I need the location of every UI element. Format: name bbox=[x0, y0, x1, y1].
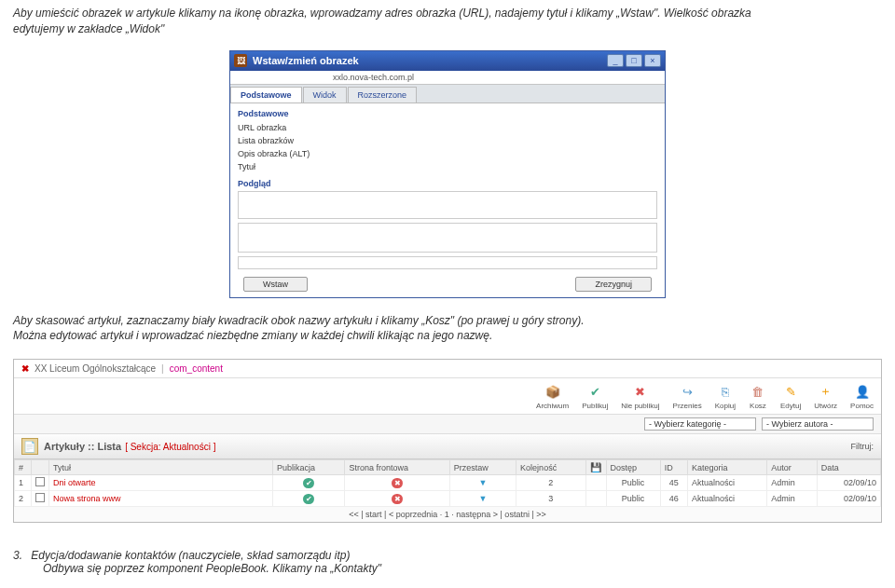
cell-move: ▼ bbox=[449, 475, 516, 491]
app-icon: 🖼 bbox=[234, 54, 247, 67]
insert-image-dialog: 🖼 Wstaw/zmień obrazek _ □ × xxlo.nova-te… bbox=[229, 50, 666, 298]
section-3-body: Odbywa się poprzez komponent PeopleBook.… bbox=[28, 562, 381, 575]
cell-access: Public bbox=[606, 475, 660, 491]
table-row: 1Dni otwarte✔✖▼2Public45AktualnościAdmin… bbox=[15, 475, 881, 491]
cell-id: 45 bbox=[660, 475, 687, 491]
publish-icon[interactable]: ✔ bbox=[303, 478, 314, 488]
table-row: 2Nowa strona www✔✖▼3Public46AktualnościA… bbox=[15, 491, 881, 507]
wstaw-button[interactable]: Wstaw bbox=[243, 277, 308, 292]
pager[interactable]: << | start | < poprzednia · 1 · następna… bbox=[14, 507, 881, 522]
toolbar-archiwum[interactable]: 📦Archiwum bbox=[536, 382, 569, 410]
toolbar-label: Pomoc bbox=[850, 402, 874, 410]
select-author[interactable]: - Wybierz autora - bbox=[762, 417, 874, 431]
articles-table: #TytułPublikacjaStrona frontowaPrzestawK… bbox=[14, 459, 881, 507]
toolbar-pomoc[interactable]: 👤Pomoc bbox=[850, 382, 874, 410]
toolbar-label: Archiwum bbox=[536, 402, 569, 410]
address-bar: xxlo.nova-tech.com.pl bbox=[230, 71, 665, 85]
cell-pub: ✔ bbox=[273, 491, 345, 507]
breadcrumb: ✖ XX Liceum Ogólnokształcące | com_conte… bbox=[14, 360, 881, 378]
publikuj-icon: ✔ bbox=[585, 382, 604, 401]
section-3-title: Edycja/dodawanie kontaktów (nauczyciele,… bbox=[25, 549, 350, 562]
list-header: 📄 Artykuły :: Lista [ Sekcja: Aktualnośc… bbox=[14, 434, 881, 459]
row-checkbox[interactable] bbox=[35, 477, 45, 486]
table-header-row: #TytułPublikacjaStrona frontowaPrzestawK… bbox=[15, 460, 881, 475]
col-header[interactable]: Tytuł bbox=[49, 460, 273, 475]
cell-title: Nowa strona www bbox=[49, 491, 273, 507]
preview-area-1 bbox=[238, 191, 657, 219]
pomoc-icon: 👤 bbox=[853, 382, 872, 401]
article-title-link[interactable]: Dni otwarte bbox=[53, 478, 96, 487]
frontpage-icon[interactable]: ✖ bbox=[392, 478, 403, 488]
toolbar-label: Utwórz bbox=[814, 402, 837, 410]
toolbar-kosz[interactable]: 🗑Kosz bbox=[749, 382, 767, 410]
move-down-icon[interactable]: ▼ bbox=[479, 494, 488, 503]
label-url: URL obrazka bbox=[238, 121, 657, 134]
col-header[interactable]: Strona frontowa bbox=[345, 460, 449, 475]
toolbar-publikuj[interactable]: ✔Publikuj bbox=[582, 382, 608, 410]
cell-move: ▼ bbox=[449, 491, 516, 507]
cell-cat: Aktualności bbox=[688, 491, 767, 507]
cell-save bbox=[585, 491, 606, 507]
toolbar-nie-publikuj[interactable]: ✖Nie publikuj bbox=[621, 382, 659, 410]
toolbar-edytuj[interactable]: ✎Edytuj bbox=[780, 382, 801, 410]
cell-order[interactable]: 2 bbox=[516, 475, 585, 491]
toolbar-label: Kosz bbox=[750, 402, 766, 410]
select-category[interactable]: - Wybierz kategorię - bbox=[644, 417, 756, 431]
cell-num: 2 bbox=[15, 491, 32, 507]
row-checkbox[interactable] bbox=[35, 493, 45, 502]
frontpage-icon[interactable]: ✖ bbox=[392, 494, 403, 504]
archiwum-icon: 📦 bbox=[544, 382, 562, 401]
tab-widok[interactable]: Widok bbox=[303, 87, 347, 103]
article-title-link[interactable]: Nowa strona www bbox=[53, 494, 121, 503]
cell-order[interactable]: 3 bbox=[516, 491, 585, 507]
publish-icon[interactable]: ✔ bbox=[303, 494, 314, 504]
cell-pub: ✔ bbox=[273, 475, 345, 491]
przenieś-icon: ↪ bbox=[678, 382, 696, 401]
dialog-body: Podstawowe URL obrazka Lista obrazków Op… bbox=[230, 103, 665, 297]
maximize-button[interactable]: □ bbox=[626, 54, 642, 67]
intro-paragraph-line2: edytujemy w zakładce „Widok" bbox=[0, 21, 895, 43]
label-tytul: Tytuł bbox=[238, 160, 657, 173]
filter-selects-row: - Wybierz kategorię - - Wybierz autora - bbox=[14, 415, 881, 434]
filter-label: Filtruj: bbox=[851, 442, 874, 451]
list-section: [ Sekcja: Aktualności ] bbox=[125, 442, 215, 452]
col-header[interactable]: Kategoria bbox=[688, 460, 767, 475]
preview-area-2 bbox=[238, 223, 657, 253]
col-header[interactable]: Publikacja bbox=[273, 460, 345, 475]
cell-id: 46 bbox=[660, 491, 687, 507]
toolbar-przenieś[interactable]: ↪Przenieś bbox=[673, 382, 702, 410]
section-3-number: 3. bbox=[13, 549, 22, 562]
cell-date: 02/09/10 bbox=[817, 491, 880, 507]
col-header[interactable] bbox=[32, 460, 49, 475]
dialog-tabs: Podstawowe Widok Rozszerzone bbox=[230, 85, 665, 103]
cell-access: Public bbox=[606, 491, 660, 507]
tab-rozszerzone[interactable]: Rozszerzone bbox=[348, 87, 418, 103]
tab-podstawowe[interactable]: Podstawowe bbox=[230, 87, 302, 103]
col-header[interactable]: Data bbox=[817, 460, 880, 475]
close-icon[interactable]: ✖ bbox=[21, 363, 29, 374]
articles-icon: 📄 bbox=[21, 438, 38, 455]
move-down-icon[interactable]: ▼ bbox=[479, 478, 488, 487]
col-header[interactable]: Przestaw bbox=[449, 460, 516, 475]
mid-paragraph-line2: Można edytować artykuł i wprowadzać niez… bbox=[0, 328, 895, 349]
col-header[interactable]: Dostęp bbox=[606, 460, 660, 475]
toolbar-label: Przenieś bbox=[673, 402, 702, 410]
toolbar-label: Kopiuj bbox=[715, 402, 736, 410]
toolbar-kopiuj[interactable]: ⎘Kopiuj bbox=[715, 382, 736, 410]
label-lista: Lista obrazków bbox=[238, 134, 657, 147]
col-header[interactable]: # bbox=[15, 460, 32, 475]
col-header[interactable]: 💾 bbox=[585, 460, 606, 475]
toolbar-row: 📦Archiwum✔Publikuj✖Nie publikuj↪Przenieś… bbox=[14, 378, 881, 415]
col-header[interactable]: Autor bbox=[767, 460, 817, 475]
toolbar-label: Publikuj bbox=[582, 402, 608, 410]
zrezygnuj-button[interactable]: Zrezygnuj bbox=[575, 277, 652, 292]
toolbar-utwórz[interactable]: ＋Utwórz bbox=[814, 382, 837, 410]
cell-title: Dni otwarte bbox=[49, 475, 273, 491]
kopiuj-icon: ⎘ bbox=[716, 382, 735, 401]
crumb-site: XX Liceum Ogólnokształcące bbox=[34, 363, 156, 374]
col-header[interactable]: Kolejność bbox=[516, 460, 585, 475]
col-header[interactable]: ID bbox=[660, 460, 687, 475]
minimize-button[interactable]: _ bbox=[607, 54, 624, 67]
close-button[interactable]: × bbox=[644, 54, 661, 67]
dialog-titlebar[interactable]: 🖼 Wstaw/zmień obrazek _ □ × bbox=[230, 51, 665, 71]
